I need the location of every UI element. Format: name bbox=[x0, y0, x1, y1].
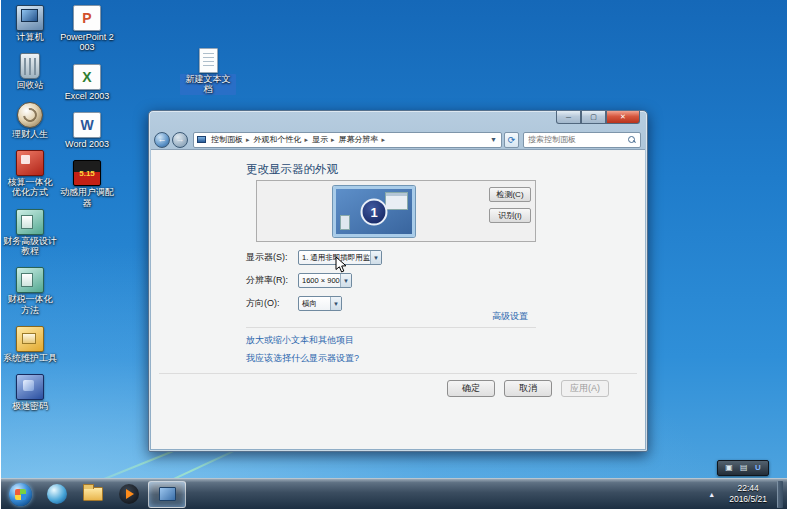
detect-button[interactable]: 检测(C) bbox=[489, 187, 531, 202]
icon-label: 动感用户调配器 bbox=[59, 187, 115, 208]
tray-u-app-icon[interactable]: U bbox=[755, 464, 761, 472]
breadcrumb-control-panel[interactable]: 控制面板 bbox=[209, 134, 252, 145]
start-button[interactable] bbox=[9, 483, 32, 506]
search-icon[interactable] bbox=[628, 136, 636, 144]
navigation-bar: ← → 控制面板 外观和个性化 显示 屏幕分辨率 ▼ ⟳ bbox=[149, 129, 647, 149]
desktop-icon-computer[interactable]: 计算机 bbox=[1, 5, 59, 42]
chevron-down-icon[interactable]: ▼ bbox=[489, 136, 498, 143]
cancel-button[interactable]: 取消 bbox=[504, 380, 552, 397]
icon-glyph: 5.15 bbox=[74, 161, 100, 185]
taskbar-item-media-player[interactable] bbox=[112, 481, 146, 508]
icon-label: Word 2003 bbox=[65, 139, 109, 149]
icon-label: PowerPoint 2003 bbox=[59, 32, 115, 53]
taskbar-item-control-panel-active[interactable] bbox=[148, 481, 186, 508]
titlebar[interactable]: ─ ▢ ✕ bbox=[149, 111, 647, 129]
monitor-1-preview[interactable]: 1 bbox=[333, 186, 415, 237]
forward-button[interactable]: → bbox=[172, 132, 188, 148]
resolution-dropdown[interactable]: 1600 × 900 ▼ bbox=[298, 273, 352, 288]
window-content: 更改显示器的外观 1 检测(C) 识别(I) 显示器(S): 1. 通用非即插即… bbox=[151, 149, 645, 449]
desktop-icon-column-2: P PowerPoint 2003 X Excel 2003 W Word 20… bbox=[58, 5, 116, 208]
minimize-button[interactable]: ─ bbox=[556, 111, 581, 124]
breadcrumb-screen-resolution[interactable]: 屏幕分辨率 bbox=[337, 134, 388, 145]
desktop-icon-maintenance-tool[interactable]: 系统维护工具 bbox=[1, 326, 59, 363]
mini-window bbox=[385, 192, 408, 210]
icon-glyph: P bbox=[74, 6, 100, 30]
taskbar-item-explorer[interactable] bbox=[76, 481, 110, 508]
separator bbox=[159, 373, 637, 374]
icon-label: 理财人生 bbox=[12, 129, 48, 139]
screen-resolution-window: ─ ▢ ✕ ← → 控制面板 外观和个性化 显示 屏幕分辨率 ▼ ⟳ bbox=[148, 110, 648, 452]
display-help-link[interactable]: 我应该选择什么显示器设置? bbox=[246, 352, 359, 365]
teal-box-icon bbox=[16, 267, 44, 293]
resolution-label: 分辨率(R): bbox=[246, 274, 298, 287]
folder-icon bbox=[83, 487, 103, 501]
apply-button: 应用(A) bbox=[561, 380, 609, 397]
taskbar-clock[interactable]: 22:44 2016/5/21 bbox=[729, 483, 767, 504]
icon-label-selected: 新建文本文档 bbox=[180, 74, 236, 95]
computer-icon bbox=[16, 5, 44, 31]
show-hidden-icons-arrow[interactable]: ▲ bbox=[708, 491, 715, 498]
desktop-icon-red-app[interactable]: 核算一体化 优化方式 bbox=[1, 150, 59, 198]
separator bbox=[246, 327, 536, 328]
hidden-icons-flyout[interactable]: ▣ ▤ U bbox=[717, 460, 769, 476]
icon-label: 财务高级设计 教程 bbox=[2, 236, 58, 257]
text-size-link[interactable]: 放大或缩小文本和其他项目 bbox=[246, 334, 354, 347]
chevron-down-icon: ▼ bbox=[330, 297, 341, 310]
red-app-icon bbox=[16, 150, 44, 176]
icon-glyph: W bbox=[74, 113, 100, 137]
advanced-settings-link[interactable]: 高级设置 bbox=[492, 310, 528, 323]
refresh-button[interactable]: ⟳ bbox=[504, 132, 519, 148]
desktop-icon-515-app[interactable]: 5.15 动感用户调配器 bbox=[58, 160, 116, 208]
maximize-button[interactable]: ▢ bbox=[581, 111, 606, 124]
close-button[interactable]: ✕ bbox=[606, 111, 640, 124]
desktop-icon-blue-app[interactable]: 极速密码 bbox=[1, 374, 59, 411]
desktop-icon-teal-box-1[interactable]: 财务高级设计 教程 bbox=[1, 209, 59, 257]
address-bar[interactable]: 控制面板 外观和个性化 显示 屏幕分辨率 ▼ bbox=[193, 132, 502, 148]
tray-keyboard-icon[interactable]: ▤ bbox=[740, 464, 748, 472]
screen: 计算机 回收站 理财人生 核算一体化 优化方式 财务高级设计 教程 财税一体化 … bbox=[0, 0, 793, 512]
yellow-tool-icon bbox=[16, 326, 44, 352]
515-app-icon: 5.15 bbox=[73, 160, 101, 186]
excel-icon: X bbox=[73, 64, 101, 90]
desktop[interactable]: 计算机 回收站 理财人生 核算一体化 优化方式 财务高级设计 教程 财税一体化 … bbox=[1, 0, 787, 509]
desktop-icon-powerpoint[interactable]: P PowerPoint 2003 bbox=[58, 5, 116, 53]
back-button[interactable]: ← bbox=[154, 132, 170, 148]
word-icon: W bbox=[73, 112, 101, 138]
resolution-row: 分辨率(R): 1600 × 900 ▼ bbox=[246, 273, 352, 288]
life-app-icon bbox=[17, 102, 43, 128]
identify-button[interactable]: 识别(I) bbox=[489, 208, 531, 223]
caption-buttons: ─ ▢ ✕ bbox=[556, 111, 640, 124]
clock-date: 2016/5/21 bbox=[729, 494, 767, 505]
monitor-preview-box: 1 检测(C) 识别(I) bbox=[256, 180, 536, 242]
ok-button[interactable]: 确定 bbox=[447, 380, 495, 397]
taskbar: ▲ 22:44 2016/5/21 bbox=[1, 478, 787, 509]
browser-icon bbox=[47, 484, 67, 504]
icon-label: 系统维护工具 bbox=[3, 353, 57, 363]
tray-display-icon[interactable]: ▣ bbox=[725, 464, 733, 472]
desktop-icon-recycle-bin[interactable]: 回收站 bbox=[1, 53, 59, 90]
mouse-cursor bbox=[335, 256, 347, 274]
icon-label: 极速密码 bbox=[12, 401, 48, 411]
icon-glyph: X bbox=[74, 65, 100, 89]
chevron-down-icon: ▼ bbox=[340, 274, 351, 287]
system-tray: ▲ 22:44 2016/5/21 bbox=[708, 481, 783, 508]
control-panel-window-icon bbox=[159, 487, 176, 501]
orientation-dropdown[interactable]: 横向 ▼ bbox=[298, 296, 342, 311]
show-desktop-button[interactable] bbox=[777, 481, 783, 508]
taskbar-item-browser[interactable] bbox=[40, 481, 74, 508]
icon-label: 核算一体化 优化方式 bbox=[2, 177, 58, 198]
monitor-number-badge: 1 bbox=[361, 198, 388, 225]
desktop-icon-teal-box-2[interactable]: 财税一体化 方法 bbox=[1, 267, 59, 315]
display-row: 显示器(S): 1. 通用非即插即用监视器 ▼ bbox=[246, 250, 382, 265]
breadcrumb-appearance[interactable]: 外观和个性化 bbox=[252, 134, 311, 145]
desktop-icon-new-text-document[interactable]: 新建文本文档 bbox=[177, 48, 239, 95]
desktop-icon-word[interactable]: W Word 2003 bbox=[58, 112, 116, 149]
search-input[interactable] bbox=[528, 135, 628, 144]
search-box[interactable] bbox=[523, 132, 641, 148]
icon-label: 计算机 bbox=[17, 32, 44, 42]
breadcrumb-display[interactable]: 显示 bbox=[310, 134, 337, 145]
desktop-icon-life-app[interactable]: 理财人生 bbox=[1, 102, 59, 139]
teal-box-icon bbox=[16, 209, 44, 235]
dialog-buttons: 确定 取消 应用(A) bbox=[447, 380, 609, 397]
desktop-icon-excel[interactable]: X Excel 2003 bbox=[58, 64, 116, 101]
